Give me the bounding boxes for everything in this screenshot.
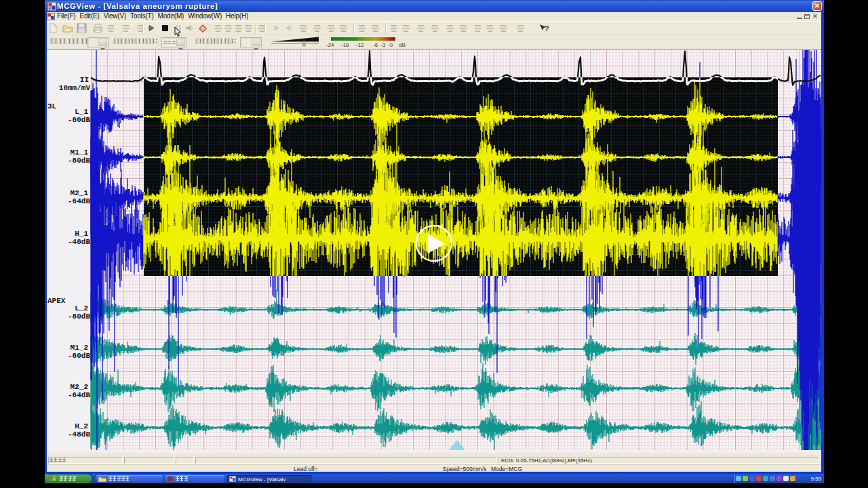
svg-text:L_2: L_2 xyxy=(75,304,88,312)
svg-text:M2_1: M2_1 xyxy=(71,189,89,197)
svg-text:-80dB: -80dB xyxy=(68,352,90,360)
svg-text:M2_2: M2_2 xyxy=(71,383,88,391)
svg-text:10mm/mV: 10mm/mV xyxy=(59,84,91,92)
svg-text:M1_1: M1_1 xyxy=(71,148,89,157)
svg-text:-48dB: -48dB xyxy=(68,238,90,246)
svg-text:APEX: APEX xyxy=(47,297,66,305)
svg-text:-80dB: -80dB xyxy=(68,116,90,124)
svg-text:M1_2: M1_2 xyxy=(71,344,88,352)
svg-text:-64dB: -64dB xyxy=(68,197,90,205)
svg-text:II: II xyxy=(80,76,89,84)
svg-text:-80dB: -80dB xyxy=(68,312,90,321)
svg-text:-80dB: -80dB xyxy=(68,157,90,165)
svg-text:H_1: H_1 xyxy=(75,230,88,238)
svg-text:3L: 3L xyxy=(47,102,57,110)
svg-text:H_2: H_2 xyxy=(75,422,88,430)
svg-text:-48dB: -48dB xyxy=(68,430,90,439)
svg-text:L_1: L_1 xyxy=(75,108,88,116)
svg-text:-64dB: -64dB xyxy=(68,391,90,399)
svg-text:?: ? xyxy=(545,24,549,33)
